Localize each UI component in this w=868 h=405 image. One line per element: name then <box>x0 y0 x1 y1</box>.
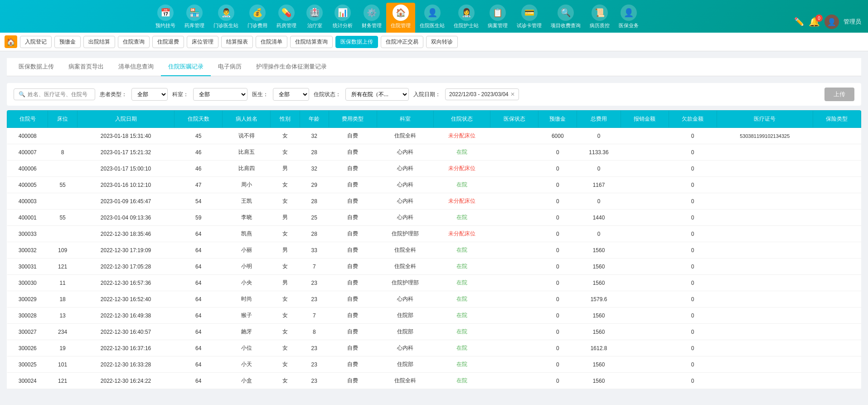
cell-7-3: 64 <box>175 242 223 259</box>
date-range-input[interactable]: 2022/12/03 - 2023/03/04 ✕ <box>445 88 519 100</box>
nav-item-label-xiangmu: 项目收费查询 <box>551 22 581 29</box>
cell-7-11: 0 <box>538 242 577 259</box>
tab-清单信息查询[interactable]: 清单信息查询 <box>111 58 161 76</box>
second-nav-btn-结算报表[interactable]: 结算报表 <box>221 36 253 48</box>
doctor-select[interactable]: 全部 <box>273 88 309 101</box>
nav-icon-circle-zhuyuan: 🏠 <box>393 5 409 21</box>
table-row[interactable]: 3000251012022-12-30 16:33:2864小天女23自费住院部… <box>7 356 861 373</box>
second-nav-btn-床位管理[interactable]: 床位管理 <box>187 36 218 48</box>
search-input[interactable] <box>28 91 91 98</box>
nav-item-xiangmu[interactable]: 🔍 项目收费查询 <box>546 3 585 33</box>
second-nav-btn-出院结算[interactable]: 出院结算 <box>83 36 115 48</box>
table-row[interactable]: 4000082023-01-18 15:31:4045说不得女32自费住院全科未… <box>7 128 861 144</box>
cell-14-11: 0 <box>538 356 577 373</box>
cell-6-15 <box>717 226 813 242</box>
date-clear-icon[interactable]: ✕ <box>510 91 515 98</box>
cell-12-14: 0 <box>669 324 717 340</box>
second-nav-btn-住院清单[interactable]: 住院清单 <box>256 36 287 48</box>
cell-11-9: 在院 <box>434 307 490 324</box>
cell-13-2: 2022-12-30 16:37:16 <box>77 340 175 356</box>
cell-7-10 <box>490 242 538 259</box>
upload-button[interactable]: 上传 <box>824 88 854 101</box>
table-row[interactable]: 3000272342022-12-30 16:40:5764龅牙女8自费住院部在… <box>7 324 861 340</box>
table-row[interactable]: 3000321092022-12-30 17:19:0964小丽男33自费住院全… <box>7 242 861 259</box>
table-row[interactable]: 300028132022-12-30 16:49:3864猴子女7自费住院部在院… <box>7 307 861 324</box>
table-row[interactable]: 3000311212022-12-30 17:05:2864小明女7自费住院全科… <box>7 259 861 275</box>
second-nav-btn-住院冲正交易[interactable]: 住院冲正交易 <box>381 36 423 48</box>
status-select[interactable]: 所有在院（不... 在院 未分配床位 <box>345 88 409 101</box>
nav-item-bingan[interactable]: 📋 病案管理 <box>483 3 512 33</box>
table-row[interactable]: 40000782023-01-17 15:21:3246比肩五女28自费心内科在… <box>7 144 861 161</box>
nav-item-lishi[interactable]: 📜 病历质控 <box>585 3 614 33</box>
cell-8-6: 7 <box>300 259 329 275</box>
second-nav-btn-住院结算查询[interactable]: 住院结算查询 <box>290 36 333 48</box>
nav-item-tongji[interactable]: 📊 统计分析 <box>328 3 357 33</box>
col-header-预缴金: 预缴金 <box>538 111 577 128</box>
cell-5-10 <box>490 210 538 226</box>
tab-住院医嘱记录[interactable]: 住院医嘱记录 <box>161 58 211 76</box>
cell-6-12: 0 <box>577 226 621 242</box>
nav-item-yaofang[interactable]: 💊 药房管理 <box>272 3 301 33</box>
cell-14-4: 小天 <box>223 356 271 373</box>
cell-4-3: 54 <box>175 193 223 210</box>
table-row[interactable]: 300030112022-12-30 16:57:3664小央男23自费住院护理… <box>7 275 861 291</box>
col-header-入院日期: 入院日期 <box>77 111 175 128</box>
tabs: 医保数据上传病案首页导出清单信息查询住院医嘱记录电子病历护理操作生命体征测量记录 <box>7 58 861 76</box>
edit-icon[interactable]: ✏️ <box>794 17 804 27</box>
cell-5-5: 男 <box>271 210 300 226</box>
nav-item-shika[interactable]: 💳 试诊卡管理 <box>512 3 546 33</box>
cell-12-5: 女 <box>271 324 300 340</box>
nav-item-zhuyuanhs[interactable]: 👩‍⚕️ 住院护士站 <box>449 3 483 33</box>
cell-5-8: 心内科 <box>377 210 433 226</box>
cell-7-6: 33 <box>300 242 329 259</box>
tab-电子病历[interactable]: 电子病历 <box>211 58 249 76</box>
table-row[interactable]: 4000032023-01-09 16:45:4754王凯女28自费心内科未分配… <box>7 193 861 210</box>
home-button[interactable]: 🏠 <box>5 35 17 48</box>
nav-item-caiwu[interactable]: ⚙️ 财务管理 <box>357 3 386 33</box>
second-nav-btn-住院退费[interactable]: 住院退费 <box>152 36 184 48</box>
nav-item-zhiliao[interactable]: 🏥 治疗室 <box>301 3 328 33</box>
tab-护理操作生命体征测量记录[interactable]: 护理操作生命体征测量记录 <box>249 58 334 76</box>
second-nav-btn-住院查询[interactable]: 住院查询 <box>118 36 150 48</box>
nav-item-zhuyuanys[interactable]: 👤 住院医生站 <box>415 3 449 33</box>
table-row[interactable]: 3000332022-12-30 18:35:4664凯燕女28自费住院护理部未… <box>7 226 861 242</box>
cell-5-12: 1440 <box>577 210 621 226</box>
cell-3-14: 0 <box>669 177 717 193</box>
table-row[interactable]: 400001552023-01-04 09:13:3659李晓男25自费心内科在… <box>7 210 861 226</box>
cell-3-0: 400005 <box>7 177 48 193</box>
second-nav-btn-预缴金[interactable]: 预缴金 <box>54 36 81 48</box>
second-nav-btn-双向转诊[interactable]: 双向转诊 <box>426 36 458 48</box>
second-nav-btn-医保数据上传[interactable]: 医保数据上传 <box>335 36 378 48</box>
table-row[interactable]: 400005552023-01-16 10:12:1047周小女29自费心内科在… <box>7 177 861 193</box>
nav-item-yuyue[interactable]: 📅 预约挂号 <box>151 3 180 33</box>
cell-5-11: 0 <box>538 210 577 226</box>
table-row[interactable]: 300026192022-12-30 16:37:1664小位女23自费心内科在… <box>7 340 861 356</box>
dept-select[interactable]: 全部 心内科 住院部 住院全科 住院护理部 <box>193 88 247 101</box>
table-row[interactable]: 3000241212022-12-30 16:24:2264小盒女23自费住院全… <box>7 373 861 389</box>
cell-5-6: 25 <box>300 210 329 226</box>
nav-item-menzhenfy[interactable]: 💰 门诊费用 <box>243 3 272 33</box>
nav-item-yaoku[interactable]: 🏪 药库管理 <box>180 3 209 33</box>
table-row[interactable]: 300029182022-12-30 16:52:4064时尚女23自费心内科在… <box>7 291 861 307</box>
second-nav-btn-入院登记[interactable]: 入院登记 <box>20 36 52 48</box>
nav-item-yiye[interactable]: 👤 医保业务 <box>614 3 643 33</box>
cell-13-3: 64 <box>175 340 223 356</box>
cell-6-7: 自费 <box>329 226 377 242</box>
cell-7-0: 300032 <box>7 242 48 259</box>
tab-医保数据上传[interactable]: 医保数据上传 <box>11 58 61 76</box>
patient-type-select[interactable]: 全部 门诊 住院 <box>131 88 168 101</box>
cell-7-14: 0 <box>669 242 717 259</box>
tab-病案首页导出[interactable]: 病案首页导出 <box>61 58 111 76</box>
cell-15-4: 小盒 <box>223 373 271 389</box>
cell-8-13 <box>621 259 669 275</box>
nav-item-menzhen[interactable]: 👨‍⚕️ 门诊医生站 <box>209 3 243 33</box>
cell-8-10 <box>490 259 538 275</box>
cell-12-16 <box>813 324 861 340</box>
nav-item-zhuyuan[interactable]: 🏠 住院管理 <box>386 3 415 33</box>
cell-10-9: 在院 <box>434 291 490 307</box>
nav-icon-circle-yuyue: 📅 <box>157 5 174 21</box>
cell-0-6: 32 <box>300 128 329 144</box>
table-row[interactable]: 4000062023-01-17 15:00:1046比肩四男32自费心内科未分… <box>7 161 861 177</box>
notification-bell[interactable]: 🔔 0 <box>809 16 820 27</box>
avatar[interactable]: 👤 <box>824 15 839 29</box>
